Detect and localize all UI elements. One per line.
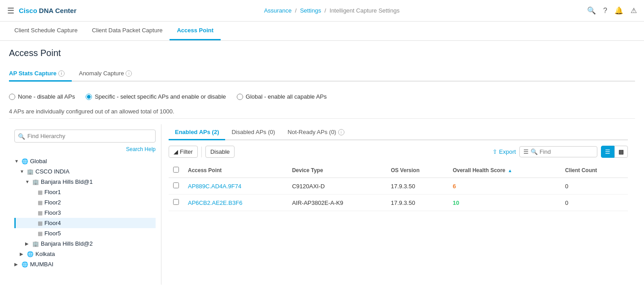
building-icon-banjara1: 🏢	[32, 179, 39, 185]
floor-icon-floor2: ▦	[38, 199, 43, 206]
radio-specific-input[interactable]	[86, 94, 92, 100]
tree-label-kolkata: Kolkata	[35, 251, 55, 257]
view-toggle: ☰ ▩	[601, 146, 628, 158]
row2-checkbox[interactable]	[173, 199, 179, 205]
tree-item-csco-india[interactable]: ▼ 🏢 CSCO INDIA	[14, 166, 156, 177]
tree-caret-floor5	[30, 231, 36, 236]
tree-label-banjara2: Banjara Hills Bld@2	[41, 240, 93, 247]
tab-anomaly-capture[interactable]: Anomaly Capture i	[79, 66, 139, 82]
tree-item-floor5[interactable]: ▦ Floor5	[14, 228, 156, 238]
toolbar-right: ⇧ Export ☰ 🔍 ☰ ▩	[492, 146, 628, 158]
sub-tab-disabled[interactable]: Disabled APs (0)	[225, 125, 281, 140]
th-health-score[interactable]: Overall Health Score ▲	[448, 163, 561, 178]
filter-label: Filter	[180, 148, 193, 155]
tree-item-kolkata[interactable]: ▶ 🌐 Kolkata	[14, 249, 156, 259]
select-all-checkbox[interactable]	[173, 167, 179, 173]
toolbar-divider	[201, 147, 202, 157]
th-device-type: Device Type	[287, 163, 386, 178]
radio-none[interactable]: None - disable all APs	[9, 93, 75, 100]
row2-checkbox-cell	[169, 195, 183, 211]
list-view-button[interactable]: ☰	[601, 146, 614, 158]
tree-item-mumbai[interactable]: ▶ 🌐 MUMBAI	[14, 259, 156, 269]
hierarchy-search-input[interactable]	[14, 130, 156, 143]
tree-caret-floor1	[30, 190, 36, 195]
row1-ap-link[interactable]: AP889C.AD4A.9F74	[188, 183, 241, 190]
tree-item-floor3[interactable]: ▦ Floor3	[14, 208, 156, 218]
th-client-count: Client Count	[561, 163, 628, 178]
tree-item-floor2[interactable]: ▦ Floor2	[14, 197, 156, 208]
export-icon: ⇧	[492, 148, 497, 155]
find-input[interactable]	[540, 148, 593, 155]
dna-brand: DNA Center	[39, 7, 77, 14]
floor-icon-floor5: ▦	[38, 230, 43, 237]
right-panel: Enabled APs (2) Disabled APs (0) Not-Rea…	[161, 124, 635, 285]
two-column-layout: 🔍 Search Help ▼ 🌐 Global ▼ 🏢 CSCO INDIA …	[9, 124, 635, 285]
tab-client-schedule[interactable]: Client Schedule Capture	[7, 22, 85, 40]
tree-item-global[interactable]: ▼ 🌐 Global	[14, 156, 156, 166]
tree-item-banjara1[interactable]: ▼ 🏢 Banjara Hills Bld@1	[14, 177, 156, 187]
globe-icon-global: 🌐	[22, 158, 28, 165]
inner-tabs: AP Stats Capture i Anomaly Capture i	[9, 65, 635, 82]
tree-item-banjara2[interactable]: ▶ 🏢 Banjara Hills Bld@2	[14, 238, 156, 249]
filter-button[interactable]: ◢ Filter	[169, 146, 198, 158]
tree-label-csco: CSCO INDIA	[35, 168, 70, 175]
breadcrumb-settings[interactable]: Settings	[300, 7, 321, 14]
tree-caret-floor2	[30, 200, 36, 205]
hierarchy-search-icon: 🔍	[18, 133, 25, 139]
row2-ap: AP6CB2.AE2E.B3F6	[183, 195, 287, 211]
row1-checkbox-cell	[169, 178, 183, 195]
row2-device-type: AIR-AP3802E-A-K9	[287, 195, 386, 211]
row1-checkbox[interactable]	[173, 182, 179, 188]
find-box: ☰ 🔍	[519, 146, 597, 157]
row1-os-version: 17.9.3.50	[386, 178, 448, 195]
not-ready-info-icon[interactable]: i	[338, 129, 344, 135]
row2-health-score: 10	[448, 195, 561, 211]
anomaly-info-icon[interactable]: i	[126, 70, 132, 77]
tab-ap-stats-capture[interactable]: AP Stats Capture i	[9, 66, 72, 82]
alerts-icon[interactable]: ⚠	[631, 6, 637, 15]
main-tabs: Client Schedule Capture Client Data Pack…	[0, 22, 644, 41]
chart-view-button[interactable]: ▩	[614, 146, 628, 158]
floor-icon-floor1: ▦	[38, 189, 43, 195]
sub-tab-enabled[interactable]: Enabled APs (2)	[169, 125, 225, 140]
tree-item-floor1[interactable]: ▦ Floor1	[14, 187, 156, 197]
row1-client-count: 0	[561, 178, 628, 195]
sub-tab-not-ready-label: Not-Ready APs (0)	[287, 129, 336, 135]
breadcrumb-assurance[interactable]: Assurance	[264, 7, 292, 14]
radio-global[interactable]: Global - enable all capable APs	[237, 93, 327, 100]
export-button[interactable]: ⇧ Export	[492, 148, 516, 155]
radio-global-label: Global - enable all capable APs	[246, 93, 327, 100]
tree-item-floor4[interactable]: ▦ Floor4	[14, 218, 156, 228]
tree-label-floor4: Floor4	[44, 220, 61, 226]
disable-label: Disable	[210, 148, 230, 155]
tree-label-floor2: Floor2	[44, 199, 61, 206]
table-row: AP6CB2.AE2E.B3F6 AIR-AP3802E-A-K9 17.9.3…	[169, 195, 628, 211]
hamburger-icon[interactable]: ☰	[7, 6, 14, 16]
radio-none-input[interactable]	[9, 94, 15, 100]
globe-icon-kolkata: 🌐	[27, 251, 34, 257]
search-icon[interactable]: 🔍	[587, 6, 596, 15]
tree-caret-kolkata: ▶	[20, 251, 25, 256]
breadcrumb-capture: Intelligent Capture Settings	[330, 7, 400, 14]
tab-access-point[interactable]: Access Point	[170, 22, 221, 40]
tree-caret-banjara2: ▶	[25, 241, 30, 246]
ap-stats-info-icon[interactable]: i	[58, 70, 65, 77]
notifications-icon[interactable]: 🔔	[614, 6, 623, 15]
tab-client-data-packet[interactable]: Client Data Packet Capture	[85, 22, 170, 40]
th-checkbox	[169, 163, 183, 178]
sub-tab-not-ready[interactable]: Not-Ready APs (0) i	[281, 125, 350, 140]
tab-anomaly-label: Anomaly Capture	[79, 70, 124, 77]
radio-options: None - disable all APs Specific - select…	[9, 89, 635, 104]
th-os-version: OS Version	[386, 163, 448, 178]
row1-ap: AP889C.AD4A.9F74	[183, 178, 287, 195]
building-icon-csco: 🏢	[27, 169, 34, 175]
table-row: AP889C.AD4A.9F74 C9120AXI-D 17.9.3.50 6 …	[169, 178, 628, 195]
help-icon[interactable]: ?	[603, 7, 607, 15]
main-content: Access Point AP Stats Capture i Anomaly …	[0, 41, 644, 286]
disable-button[interactable]: Disable	[205, 146, 235, 158]
radio-specific[interactable]: Specific - select specific APs and enabl…	[86, 93, 226, 100]
radio-global-input[interactable]	[237, 94, 243, 100]
th-health-label: Overall Health Score	[453, 167, 505, 173]
search-help-link[interactable]: Search Help	[14, 146, 156, 152]
row2-ap-link[interactable]: AP6CB2.AE2E.B3F6	[188, 199, 242, 206]
